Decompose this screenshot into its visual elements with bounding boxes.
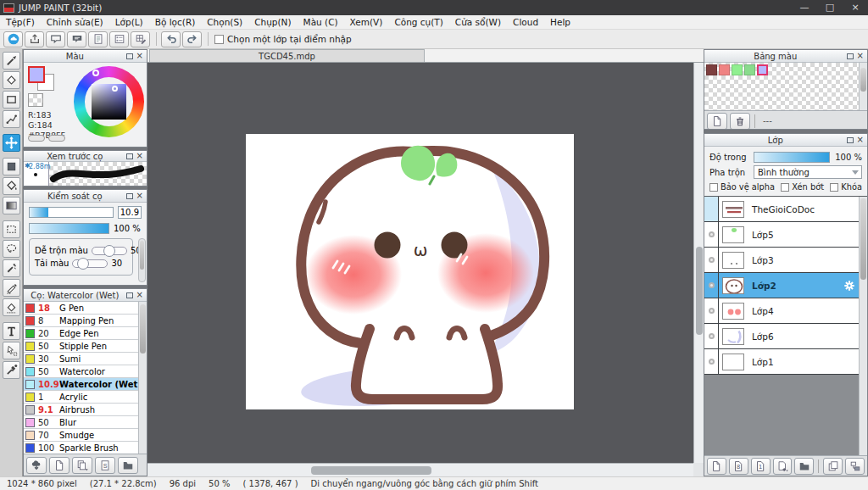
palette-swatch-0[interactable] — [706, 64, 717, 75]
close-icon[interactable]: × — [136, 52, 143, 60]
color-mode-button[interactable] — [28, 135, 45, 142]
hue-marker[interactable] — [92, 70, 99, 76]
brush-item[interactable]: 50Blur — [24, 416, 138, 429]
layer-row[interactable]: Lớp2 — [704, 273, 859, 298]
trash-button[interactable] — [730, 113, 750, 130]
blend-mode-select[interactable]: Bình thường — [754, 165, 862, 179]
layer-row[interactable]: Lớp5 — [704, 222, 859, 248]
comment-filled-button[interactable] — [67, 31, 86, 47]
minimize-button[interactable]: — — [792, 0, 817, 15]
brush-item[interactable]: 70Smudge — [24, 429, 138, 442]
layer-visibility-toggle[interactable] — [704, 298, 719, 323]
page-plus-button[interactable] — [773, 458, 793, 475]
comment-button[interactable] — [46, 31, 65, 47]
palette-swatch-1[interactable] — [719, 64, 730, 75]
brush-opacity-slider[interactable] — [29, 223, 109, 234]
cloud-sync-button[interactable] — [3, 31, 23, 47]
tool-lasso[interactable] — [3, 240, 20, 258]
tool-select-eraser[interactable] — [3, 298, 20, 316]
merge-button[interactable] — [845, 458, 865, 475]
brush-item[interactable]: 8Mapping Pen — [24, 315, 138, 327]
close-button[interactable]: × — [843, 0, 868, 15]
slider-30[interactable] — [72, 259, 108, 268]
popout-icon[interactable] — [847, 53, 854, 59]
script-page-button[interactable]: S — [95, 457, 115, 474]
layer-visibility-toggle[interactable] — [704, 248, 719, 272]
slider-50[interactable] — [92, 247, 127, 255]
palette-swatch-4[interactable] — [757, 64, 768, 75]
undo-button[interactable] — [161, 31, 181, 47]
menu-item-2[interactable]: Lớp(L) — [109, 17, 149, 27]
sv-marker[interactable] — [112, 86, 118, 92]
transparent-color-swatch[interactable] — [28, 93, 43, 107]
new-page-button[interactable] — [707, 113, 727, 130]
layer-row[interactable]: Lớp6 — [704, 324, 859, 349]
layer-visibility-toggle[interactable] — [704, 197, 719, 221]
palette-swatch-3[interactable] — [744, 64, 755, 75]
tool-shape[interactable] — [3, 91, 20, 109]
color-mode-button[interactable] — [48, 135, 65, 142]
drawing-canvas[interactable]: ω — [246, 134, 574, 409]
popout-icon[interactable] — [126, 53, 133, 59]
close-icon[interactable]: × — [136, 192, 143, 200]
palette-swatch-2[interactable] — [732, 64, 743, 75]
redo-button[interactable] — [182, 31, 202, 47]
tool-gradient[interactable] — [3, 197, 20, 214]
popout-icon[interactable] — [126, 193, 133, 199]
folder-button[interactable] — [794, 458, 814, 475]
close-icon[interactable]: × — [857, 136, 864, 144]
grid-edit-button[interactable] — [131, 31, 150, 47]
color-wheel[interactable] — [74, 66, 144, 137]
single-layer-checkbox[interactable]: Chọn một lớp tại điểm nhập — [214, 34, 352, 44]
close-icon[interactable]: × — [136, 152, 143, 160]
menu-item-7[interactable]: Xem(V) — [344, 17, 389, 27]
menu-item-1[interactable]: Chỉnh sửa(E) — [41, 17, 109, 27]
brush-item[interactable]: 9.1Airbrush — [24, 404, 138, 416]
menu-item-8[interactable]: Công cụ(T) — [388, 17, 448, 27]
brush-item[interactable]: 1Acrylic — [24, 391, 138, 404]
duplicate-button[interactable] — [823, 458, 843, 475]
layer-list-scrollbar[interactable] — [859, 197, 867, 455]
tool-select-rect[interactable] — [3, 220, 20, 238]
popout-icon[interactable] — [126, 292, 133, 298]
brush-size-slider[interactable] — [29, 207, 114, 218]
tool-bucket-fill[interactable] — [3, 177, 20, 195]
brush-item[interactable]: 50Stipple Pen — [24, 340, 138, 353]
layer-checkbox[interactable]: Xén bớt — [781, 182, 824, 192]
layer-visibility-toggle[interactable] — [704, 222, 719, 247]
layer-opacity-slider[interactable] — [754, 152, 830, 163]
brush-list-scrollbar[interactable] — [138, 302, 147, 454]
menu-item-9[interactable]: Cửa sổ(W) — [449, 17, 507, 27]
tool-brush[interactable] — [3, 52, 20, 70]
menu-item-10[interactable]: Cloud — [507, 17, 544, 27]
tool-operation[interactable] — [3, 342, 20, 359]
close-icon[interactable]: × — [136, 291, 143, 299]
brush-item[interactable]: 18G Pen — [24, 302, 138, 315]
layer-row[interactable]: Lớp4 — [704, 298, 859, 324]
menu-item-6[interactable]: Màu (C) — [298, 17, 344, 27]
export-button[interactable] — [25, 31, 44, 47]
menu-item-5[interactable]: Chụp(N) — [248, 17, 297, 27]
popout-icon[interactable] — [847, 137, 854, 143]
brush-size-value[interactable]: 10.9 — [118, 206, 142, 219]
new-page-button[interactable] — [49, 457, 70, 474]
new-page-button[interactable] — [707, 458, 726, 475]
foreground-color-swatch[interactable] — [28, 66, 45, 83]
layer-row[interactable]: Lớp3 — [704, 248, 859, 273]
menu-item-3[interactable]: Bộ lọc(R) — [149, 17, 202, 27]
menu-item-11[interactable]: Help — [544, 17, 576, 27]
tool-select-square[interactable] — [3, 158, 20, 175]
menu-item-4[interactable]: Chọn(S) — [201, 17, 248, 27]
panel-scrollbar[interactable] — [138, 238, 146, 282]
tool-select-pen[interactable] — [3, 279, 20, 297]
cloud-download-button[interactable] — [26, 457, 47, 474]
layer-checkbox[interactable]: Khóa — [830, 182, 862, 192]
copy-page-button[interactable] — [72, 457, 92, 474]
tool-polyline[interactable] — [3, 110, 20, 128]
tool-text[interactable] — [3, 322, 20, 340]
gear-icon[interactable] — [843, 273, 855, 298]
brush-item[interactable]: 30Sumi — [24, 353, 138, 365]
layer-visibility-toggle[interactable] — [704, 349, 719, 374]
tool-move[interactable] — [3, 134, 20, 152]
brush-item[interactable]: 100Sparkle Brush — [24, 442, 138, 454]
